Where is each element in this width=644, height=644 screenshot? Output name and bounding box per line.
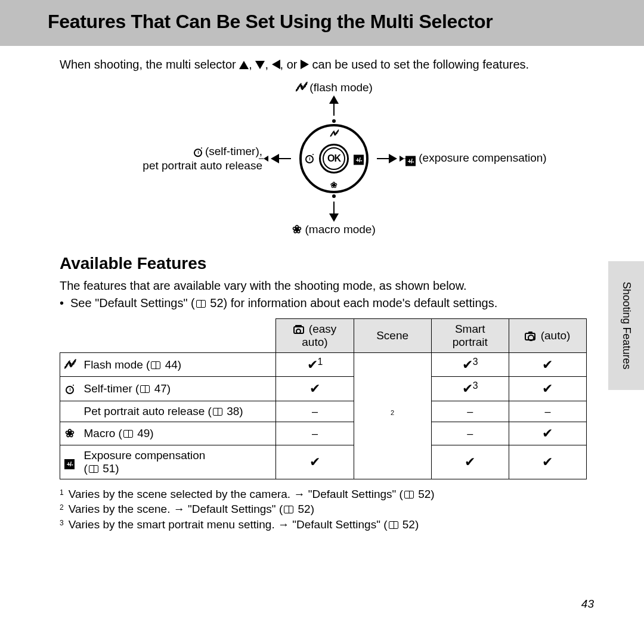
triangle-right-icon: [389, 154, 397, 163]
triangle-up-icon: [329, 95, 339, 104]
feature-name: Macro ( 49): [79, 422, 276, 445]
camera-icon: [525, 333, 535, 340]
cell: ✔3: [431, 377, 509, 401]
features-table: (easy auto) Scene Smart portrait (auto) …: [60, 318, 587, 479]
cell: –: [276, 401, 354, 422]
table-body: 🗲 Flash mode ( 44) ✔1 2 ✔3 ✔ Self-timer …: [60, 353, 587, 479]
section-bullet: See "Default Settings" ( 52) for informa…: [60, 296, 608, 310]
diagram-top-label: 🗲 (flash mode): [295, 81, 373, 94]
triangle-right-icon: [301, 60, 309, 69]
diagram-left-label: (self-timer),pet portrait auto release: [143, 144, 262, 173]
ok-button-label: OK: [327, 153, 340, 164]
self-timer-icon: [60, 377, 79, 401]
check-icon: ✔: [542, 426, 553, 441]
arrow-right-icon: [400, 156, 404, 162]
exposure-comp-icon: +/-: [60, 445, 79, 479]
footnote-1: 1Varies by the scene selected by the cam…: [60, 487, 608, 502]
cell: ✔: [509, 422, 586, 445]
cell: ✔1: [276, 353, 354, 377]
cell: –: [431, 422, 509, 445]
cell: ✔: [276, 377, 354, 401]
footnote-2: 2Varies by the scene. → "Default Setting…: [60, 501, 608, 517]
flash-icon: 🗲: [295, 81, 306, 94]
triangle-left-icon: [272, 60, 280, 69]
cell: –: [431, 401, 509, 422]
page-ref-icon: [213, 408, 222, 416]
feature-name: Pet portrait auto release ( 38): [79, 401, 276, 422]
macro-icon: ❀: [330, 180, 338, 190]
table-row: Pet portrait auto release ( 38) – – –: [60, 401, 587, 422]
feature-name: Flash mode ( 44): [79, 353, 276, 377]
check-icon: ✔: [309, 381, 320, 396]
self-timer-icon: [194, 148, 202, 157]
page-ref-icon: [123, 430, 133, 438]
check-icon: ✔: [462, 382, 473, 397]
arrow-left-icon: [264, 156, 268, 162]
table-corner: [60, 319, 276, 353]
diagram-bottom-label: ❀ (macro mode): [292, 222, 376, 236]
cell: –: [509, 401, 586, 422]
empty-icon: [60, 401, 79, 422]
check-icon: ✔: [462, 357, 473, 372]
macro-icon: ❀: [60, 422, 79, 445]
col-scene: Scene: [354, 319, 431, 353]
page-ref-icon: [284, 506, 293, 513]
section-heading: Available Features: [60, 254, 608, 273]
section-intro: The features that are available vary wit…: [60, 279, 608, 293]
easy-auto-camera-icon: [293, 326, 304, 334]
cell: ✔: [431, 445, 509, 479]
cell: ✔: [509, 445, 586, 479]
table-row: ❀ Macro ( 49) – – ✔: [60, 422, 587, 445]
table-row: 🗲 Flash mode ( 44) ✔1 2 ✔3 ✔: [60, 353, 587, 377]
page-ref-icon: [140, 385, 150, 393]
cell: ✔: [509, 377, 586, 401]
feature-name: Self-timer ( 47): [79, 377, 276, 401]
macro-icon: ❀: [292, 223, 302, 236]
col-smart-portrait: Smart portrait: [431, 319, 509, 353]
page-ref-icon: [89, 465, 98, 473]
exposure-comp-icon: +/-: [354, 153, 364, 165]
table-row: Self-timer ( 47) ✔ ✔3 ✔: [60, 377, 587, 401]
page-ref-icon: [404, 491, 414, 499]
cell: –: [276, 422, 354, 445]
cell: ✔: [276, 445, 354, 479]
cell: ✔3: [431, 353, 509, 377]
flash-icon: 🗲: [330, 129, 338, 138]
intro-text: When shooting, the multi selector , , , …: [60, 58, 608, 72]
check-icon: ✔: [465, 454, 475, 469]
diagram-right-label: +/- (exposure compensation): [405, 151, 547, 166]
multi-selector-diagram: 🗲 (flash mode) ❀ (macro mode) (self-time…: [107, 81, 561, 236]
table-row: +/- Exposure compensation( 51) ✔ ✔ ✔: [60, 445, 587, 479]
selector-ring: OK 🗲 ❀ +/-: [299, 124, 369, 193]
self-timer-icon: [305, 154, 314, 163]
footnote-3: 3Varies by the smart portrait menu setti…: [60, 517, 608, 532]
triangle-left-icon: [271, 154, 279, 163]
feature-name: Exposure compensation( 51): [79, 445, 276, 479]
check-icon: ✔: [542, 454, 553, 469]
triangle-down-icon: [255, 61, 265, 69]
page-header: Features That Can Be Set Using the Multi…: [0, 0, 644, 46]
page-number: 43: [581, 597, 594, 611]
flash-icon: 🗲: [60, 353, 79, 377]
check-icon: ✔: [307, 357, 318, 372]
cell: ✔: [509, 353, 586, 377]
footnotes: 1Varies by the scene selected by the cam…: [60, 487, 608, 532]
check-icon: ✔: [309, 454, 320, 469]
check-icon: ✔: [542, 357, 553, 372]
cell-scene-merged: 2: [354, 353, 431, 479]
triangle-down-icon: [329, 213, 339, 222]
page-title: Features That Can Be Set Using the Multi…: [48, 11, 608, 33]
triangle-up-icon: [239, 61, 249, 69]
exposure-comp-icon: +/-: [405, 156, 416, 166]
check-icon: ✔: [542, 381, 553, 396]
page-ref-icon: [196, 300, 206, 308]
col-easy-auto: (easy auto): [276, 319, 354, 353]
page-ref-icon: [389, 521, 398, 529]
col-auto: (auto): [509, 319, 586, 353]
page-ref-icon: [151, 361, 160, 369]
